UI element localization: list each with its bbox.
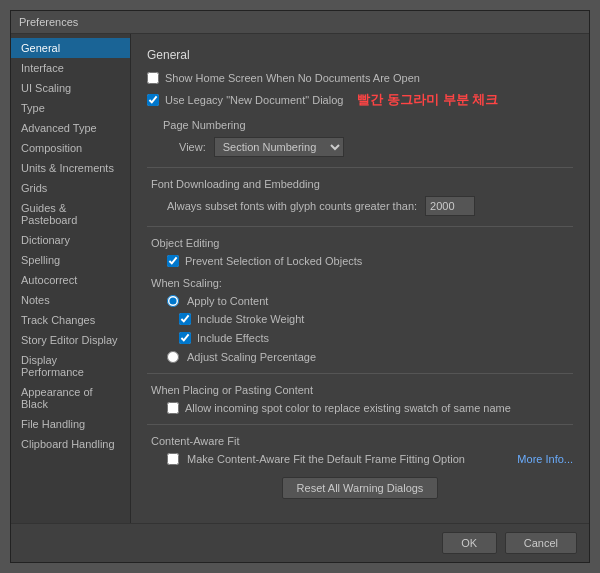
- preferences-dialog: Preferences GeneralInterfaceUI ScalingTy…: [10, 10, 590, 563]
- sidebar-item-clipboard-handling[interactable]: Clipboard Handling: [11, 434, 130, 454]
- when-placing-title: When Placing or Pasting Content: [151, 384, 573, 396]
- allow-incoming-label: Allow incoming spot color to replace exi…: [185, 402, 511, 414]
- when-scaling-section: When Scaling: Apply to Content Include S…: [147, 277, 573, 363]
- use-legacy-label: Use Legacy "New Document" Dialog: [165, 94, 343, 106]
- sidebar-item-spelling[interactable]: Spelling: [11, 250, 130, 270]
- page-numbering-select[interactable]: Section Numbering Absolute Numbering: [214, 137, 344, 157]
- use-legacy-row: Use Legacy "New Document" Dialog 빨간 동그라미…: [147, 91, 573, 109]
- sidebar-item-guides-&-pasteboard[interactable]: Guides & Pasteboard: [11, 198, 130, 230]
- sidebar-item-notes[interactable]: Notes: [11, 290, 130, 310]
- show-home-screen-label: Show Home Screen When No Documents Are O…: [165, 72, 420, 84]
- ok-button[interactable]: OK: [442, 532, 497, 554]
- object-editing-section: Object Editing Prevent Selection of Lock…: [147, 237, 573, 267]
- adjust-scaling-label: Adjust Scaling Percentage: [187, 351, 316, 363]
- more-info-link[interactable]: More Info...: [517, 453, 573, 465]
- font-downloading-title: Font Downloading and Embedding: [151, 178, 573, 190]
- sidebar-item-display-performance[interactable]: Display Performance: [11, 350, 130, 382]
- sidebar-item-story-editor-display[interactable]: Story Editor Display: [11, 330, 130, 350]
- prevent-selection-label: Prevent Selection of Locked Objects: [185, 255, 362, 267]
- divider-4: [147, 424, 573, 425]
- reset-all-warnings-button[interactable]: Reset All Warning Dialogs: [282, 477, 439, 499]
- prevent-selection-checkbox[interactable]: [167, 255, 179, 267]
- content-area: General Show Home Screen When No Documen…: [131, 34, 589, 523]
- view-label: View:: [179, 141, 206, 153]
- sidebar-item-appearance-of-black[interactable]: Appearance of Black: [11, 382, 130, 414]
- page-numbering-section: Page Numbering View: Section Numbering A…: [147, 119, 573, 157]
- cancel-button[interactable]: Cancel: [505, 532, 577, 554]
- prevent-selection-row: Prevent Selection of Locked Objects: [151, 255, 573, 267]
- sidebar-item-autocorrect[interactable]: Autocorrect: [11, 270, 130, 290]
- sidebar-item-general[interactable]: General: [11, 38, 130, 58]
- make-default-row: Make Content-Aware Fit the Default Frame…: [151, 453, 573, 465]
- include-effects-checkbox[interactable]: [179, 332, 191, 344]
- include-stroke-label: Include Stroke Weight: [197, 313, 304, 325]
- divider-2: [147, 226, 573, 227]
- when-scaling-title: When Scaling:: [151, 277, 573, 289]
- apply-to-content-radio[interactable]: [167, 295, 179, 307]
- sidebar-item-ui-scaling[interactable]: UI Scaling: [11, 78, 130, 98]
- include-effects-row: Include Effects: [151, 332, 573, 344]
- sidebar: GeneralInterfaceUI ScalingTypeAdvanced T…: [11, 34, 131, 523]
- object-editing-title: Object Editing: [151, 237, 573, 249]
- allow-incoming-row: Allow incoming spot color to replace exi…: [151, 402, 573, 414]
- page-numbering-view-row: View: Section Numbering Absolute Numberi…: [163, 137, 573, 157]
- font-subset-input[interactable]: 2000: [425, 196, 475, 216]
- font-subset-row: Always subset fonts with glyph counts gr…: [151, 196, 573, 216]
- content-aware-title: Content-Aware Fit: [151, 435, 573, 447]
- font-downloading-section: Font Downloading and Embedding Always su…: [147, 178, 573, 216]
- use-legacy-checkbox[interactable]: [147, 94, 159, 106]
- divider-3: [147, 373, 573, 374]
- make-default-label: Make Content-Aware Fit the Default Frame…: [187, 453, 465, 465]
- sidebar-item-track-changes[interactable]: Track Changes: [11, 310, 130, 330]
- divider-1: [147, 167, 573, 168]
- sidebar-item-units-&-increments[interactable]: Units & Increments: [11, 158, 130, 178]
- show-home-screen-checkbox[interactable]: [147, 72, 159, 84]
- apply-to-content-label: Apply to Content: [187, 295, 268, 307]
- adjust-scaling-row: Adjust Scaling Percentage: [151, 351, 573, 363]
- sidebar-item-grids[interactable]: Grids: [11, 178, 130, 198]
- make-default-checkbox[interactable]: [167, 453, 179, 465]
- page-numbering-title: Page Numbering: [163, 119, 573, 131]
- sidebar-item-type[interactable]: Type: [11, 98, 130, 118]
- adjust-scaling-radio[interactable]: [167, 351, 179, 363]
- dialog-body: GeneralInterfaceUI ScalingTypeAdvanced T…: [11, 34, 589, 523]
- include-effects-label: Include Effects: [197, 332, 269, 344]
- section-title: General: [147, 48, 573, 62]
- dialog-footer: OK Cancel: [11, 523, 589, 562]
- sidebar-item-file-handling[interactable]: File Handling: [11, 414, 130, 434]
- dialog-title: Preferences: [11, 11, 589, 34]
- include-stroke-row: Include Stroke Weight: [151, 313, 573, 325]
- sidebar-item-composition[interactable]: Composition: [11, 138, 130, 158]
- show-home-screen-row: Show Home Screen When No Documents Are O…: [147, 72, 573, 84]
- when-placing-section: When Placing or Pasting Content Allow in…: [147, 384, 573, 414]
- sidebar-item-dictionary[interactable]: Dictionary: [11, 230, 130, 250]
- apply-to-content-row: Apply to Content: [151, 295, 573, 307]
- allow-incoming-checkbox[interactable]: [167, 402, 179, 414]
- font-subset-label: Always subset fonts with glyph counts gr…: [167, 200, 417, 212]
- annotation-text: 빨간 동그라미 부분 체크: [357, 91, 498, 109]
- reset-btn-row: Reset All Warning Dialogs: [147, 477, 573, 499]
- include-stroke-checkbox[interactable]: [179, 313, 191, 325]
- content-aware-section: Content-Aware Fit Make Content-Aware Fit…: [147, 435, 573, 465]
- sidebar-item-interface[interactable]: Interface: [11, 58, 130, 78]
- sidebar-item-advanced-type[interactable]: Advanced Type: [11, 118, 130, 138]
